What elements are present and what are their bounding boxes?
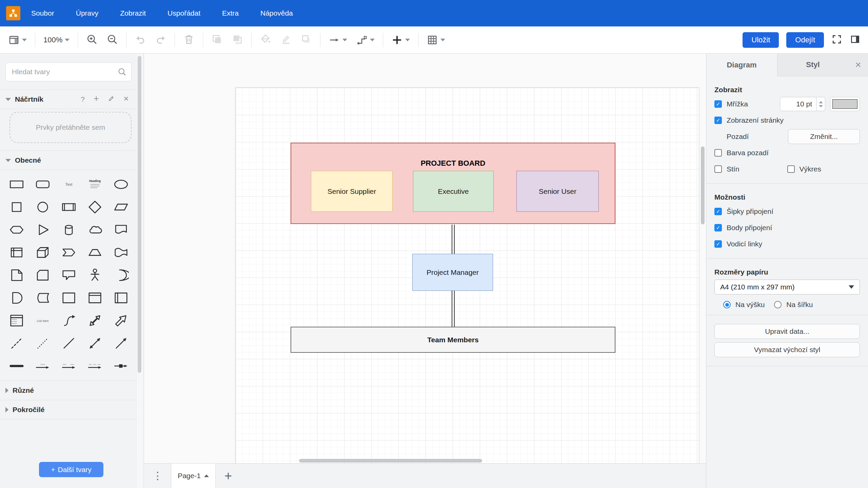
stepper-up-icon[interactable] xyxy=(819,101,823,103)
view-layout-button[interactable] xyxy=(8,34,27,46)
executive-node[interactable]: Executive xyxy=(413,171,494,212)
shape-dotted-line[interactable] xyxy=(29,332,56,354)
shape-trapezoid[interactable] xyxy=(82,241,108,264)
grid-checkbox[interactable] xyxy=(714,100,722,108)
shape-cloud[interactable] xyxy=(82,218,108,241)
scratchpad-add-button[interactable] xyxy=(93,95,100,104)
connection-arrows-checkbox[interactable] xyxy=(714,208,722,215)
connection-style-button[interactable] xyxy=(329,34,347,46)
add-page-button[interactable]: + xyxy=(224,469,232,483)
shape-bidirectional-arrow[interactable] xyxy=(82,309,108,332)
delete-button[interactable] xyxy=(183,34,195,46)
shape-circle[interactable] xyxy=(29,196,56,218)
portrait-radio[interactable] xyxy=(723,301,731,308)
shape-vertical-container[interactable] xyxy=(82,286,108,309)
shape-container[interactable] xyxy=(56,286,82,309)
shape-triple-labeled-connector[interactable] xyxy=(82,354,108,377)
zoom-out-button[interactable] xyxy=(106,34,118,46)
shape-textbox[interactable]: Heading xyxy=(82,173,108,196)
scratchpad-close-button[interactable] xyxy=(123,95,130,104)
format-panel-toggle-button[interactable] xyxy=(850,34,861,46)
sidebar-scrollbar[interactable] xyxy=(137,54,143,488)
menu-extra[interactable]: Extra xyxy=(222,9,239,17)
redo-button[interactable] xyxy=(155,34,166,46)
shape-and[interactable] xyxy=(3,286,29,309)
edit-data-button[interactable]: Upravit data... xyxy=(714,324,860,339)
shape-curve[interactable] xyxy=(56,309,82,332)
to-back-button[interactable] xyxy=(232,34,243,46)
shape-rounded-rectangle[interactable] xyxy=(29,173,56,196)
stepper-down-icon[interactable] xyxy=(819,105,823,107)
connector-line[interactable] xyxy=(454,291,455,327)
shape-data-storage[interactable] xyxy=(29,286,56,309)
tab-diagram[interactable]: Diagram xyxy=(706,54,777,76)
landscape-radio[interactable] xyxy=(774,301,782,308)
shape-tape[interactable] xyxy=(108,241,134,264)
connector-line[interactable] xyxy=(452,291,452,327)
line-color-button[interactable] xyxy=(280,34,292,46)
shape-triangle[interactable] xyxy=(29,218,56,241)
connector-line[interactable] xyxy=(454,225,455,254)
fullscreen-button[interactable] xyxy=(831,34,842,46)
shape-square[interactable] xyxy=(3,196,29,218)
scratchpad-help-button[interactable]: ? xyxy=(81,95,85,103)
exit-button[interactable]: Odejít xyxy=(786,32,824,48)
guides-checkbox[interactable] xyxy=(714,240,722,248)
section-advanced-header[interactable]: Pokročilé xyxy=(0,400,144,419)
scratchpad-edit-button[interactable] xyxy=(108,95,115,104)
shape-horizontal-container[interactable] xyxy=(108,286,134,309)
close-panel-button[interactable]: × xyxy=(848,54,868,76)
page-tab[interactable]: Page-1 xyxy=(171,464,216,488)
shape-step[interactable] xyxy=(56,241,82,264)
shape-hexagon[interactable] xyxy=(3,218,29,241)
project-manager-node[interactable]: Project Manager xyxy=(412,254,493,291)
undo-button[interactable] xyxy=(135,34,146,46)
shape-document[interactable] xyxy=(108,218,134,241)
shape-list[interactable] xyxy=(3,309,29,332)
table-button[interactable] xyxy=(427,34,445,46)
shape-link[interactable] xyxy=(3,354,29,377)
shape-ellipse[interactable] xyxy=(108,173,134,196)
menu-zobrazit[interactable]: Zobrazit xyxy=(120,9,146,17)
menu-soubor[interactable]: Soubor xyxy=(31,9,54,17)
sketch-checkbox[interactable] xyxy=(787,165,795,173)
section-misc-header[interactable]: Různé xyxy=(0,381,144,400)
scratchpad-section-header[interactable]: Náčrtník ? xyxy=(0,90,144,109)
waypoint-style-button[interactable] xyxy=(356,34,375,46)
shape-double-labeled-connector[interactable] xyxy=(56,354,82,377)
drawing-page[interactable]: PROJECT BOARD Senior Supplier Executive … xyxy=(235,87,699,463)
shape-cube[interactable] xyxy=(29,241,56,264)
senior-supplier-node[interactable]: Senior Supplier xyxy=(311,171,393,212)
shape-dashed-line[interactable] xyxy=(3,332,29,354)
scratchpad-dropzone[interactable]: Prvky přetáhněte sem xyxy=(9,112,132,143)
menu-upravy[interactable]: Úpravy xyxy=(76,9,99,17)
shape-labeled-connector[interactable] xyxy=(29,354,56,377)
shape-cylinder[interactable] xyxy=(56,218,82,241)
fill-color-button[interactable] xyxy=(260,34,271,46)
connector-line[interactable] xyxy=(452,225,452,254)
shape-text[interactable]: Text xyxy=(56,173,82,196)
clear-default-style-button[interactable]: Vymazat výchozí styl xyxy=(714,342,860,357)
shape-process[interactable] xyxy=(56,196,82,218)
shape-actor[interactable] xyxy=(82,264,108,286)
shape-rectangle[interactable] xyxy=(3,173,29,196)
shape-or[interactable] xyxy=(108,264,134,286)
page-view-checkbox[interactable] xyxy=(714,117,722,124)
pages-menu-button[interactable]: ⋮ xyxy=(153,472,163,479)
shape-connector-with-symbol[interactable] xyxy=(108,354,134,377)
grid-size-stepper[interactable] xyxy=(816,97,825,111)
shape-arrow[interactable] xyxy=(108,309,134,332)
tab-style[interactable]: Styl xyxy=(777,54,848,76)
shape-bidirectional-connector[interactable] xyxy=(82,332,108,354)
background-color-checkbox[interactable] xyxy=(714,149,722,157)
shadow-button[interactable] xyxy=(300,34,312,46)
sidebar-scrollbar-thumb[interactable] xyxy=(138,56,141,373)
insert-button[interactable] xyxy=(391,34,410,46)
zoom-in-button[interactable] xyxy=(86,34,98,46)
search-input[interactable] xyxy=(5,62,132,81)
senior-user-node[interactable]: Senior User xyxy=(516,171,599,212)
project-board-container[interactable]: PROJECT BOARD Senior Supplier Executive … xyxy=(291,143,615,224)
team-members-node[interactable]: Team Members xyxy=(291,327,615,353)
menu-napoveda[interactable]: Nápověda xyxy=(260,9,293,17)
diagram-canvas[interactable]: PROJECT BOARD Senior Supplier Executive … xyxy=(144,54,706,463)
